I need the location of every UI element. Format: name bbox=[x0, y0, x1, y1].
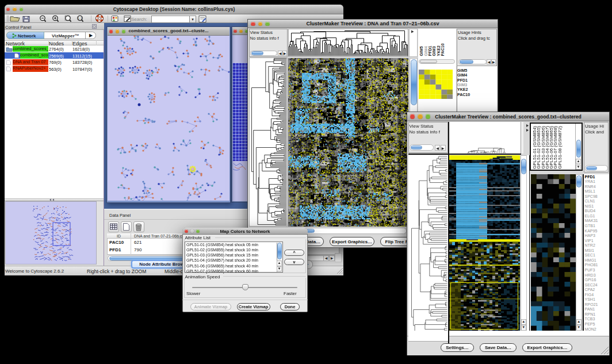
svg-text:GIM3: GIM3 bbox=[432, 46, 436, 56]
svg-text:GIM4: GIM4 bbox=[424, 46, 428, 56]
svg-text:YKE2: YKE2 bbox=[437, 45, 441, 56]
svg-text:PFD1: PFD1 bbox=[428, 46, 432, 56]
svg-text:PAC10: PAC10 bbox=[441, 43, 445, 56]
svg-text:GIM5: GIM5 bbox=[419, 46, 423, 56]
svg-text:1:1: 1:1 bbox=[78, 17, 82, 20]
svg-text:GPL51-08 (GSM872): GPL51-08 (GSM872) bbox=[557, 126, 562, 169]
